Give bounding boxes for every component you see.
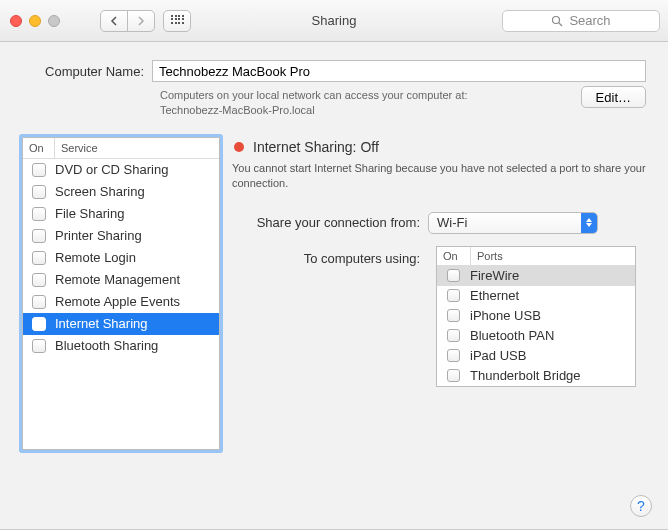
nav-buttons [100, 10, 155, 32]
service-row[interactable]: Remote Apple Events [23, 291, 219, 313]
svg-line-1 [559, 23, 562, 26]
search-icon [551, 15, 563, 27]
edit-name-button[interactable]: Edit… [581, 86, 646, 108]
share-from-value: Wi-Fi [437, 215, 467, 230]
ports-table[interactable]: On Ports FireWireEthernetiPhone USBBluet… [436, 246, 636, 387]
status-row: Internet Sharing: Off [232, 139, 646, 155]
computer-name-input[interactable] [152, 60, 646, 82]
service-on-header[interactable]: On [23, 138, 55, 158]
port-label: Thunderbolt Bridge [470, 368, 581, 383]
computer-name-label: Computer Name: [22, 64, 152, 79]
port-checkbox[interactable] [447, 289, 460, 302]
service-checkbox[interactable] [32, 251, 46, 265]
port-label: iPad USB [470, 348, 526, 363]
service-label: Screen Sharing [55, 184, 219, 199]
port-label: FireWire [470, 268, 519, 283]
service-checkbox[interactable] [32, 273, 46, 287]
service-label: Printer Sharing [55, 228, 219, 243]
chevron-left-icon [110, 16, 118, 26]
service-checkbox[interactable] [32, 295, 46, 309]
content-area: Computer Name: Computers on your local n… [0, 42, 668, 464]
service-row[interactable]: Bluetooth Sharing [23, 335, 219, 357]
share-from-row: Share your connection from: Wi-Fi [232, 212, 646, 234]
updown-arrows-icon [581, 213, 597, 233]
service-checkbox[interactable] [32, 163, 46, 177]
service-checkbox[interactable] [32, 339, 46, 353]
sharing-preferences-window: Sharing Search Computer Name: Computers … [0, 0, 668, 530]
port-row[interactable]: iPad USB [437, 346, 635, 366]
service-row[interactable]: Remote Management [23, 269, 219, 291]
service-list-header: On Service [23, 138, 219, 159]
service-label: DVD or CD Sharing [55, 162, 219, 177]
service-row[interactable]: Printer Sharing [23, 225, 219, 247]
svg-point-0 [553, 16, 560, 23]
status-title: Internet Sharing: Off [253, 139, 379, 155]
port-row[interactable]: Bluetooth PAN [437, 326, 635, 346]
chevron-right-icon [137, 16, 145, 26]
main-area: On Service DVD or CD SharingScreen Shari… [22, 137, 646, 450]
port-checkbox[interactable] [447, 329, 460, 342]
service-label: Internet Sharing [55, 316, 219, 331]
port-row[interactable]: iPhone USB [437, 306, 635, 326]
port-row[interactable]: FireWire [437, 266, 635, 286]
forward-button[interactable] [127, 10, 155, 32]
share-from-select[interactable]: Wi-Fi [428, 212, 598, 234]
note-line1: Computers on your local network can acce… [160, 89, 468, 101]
maximize-window-button [48, 15, 60, 27]
service-row[interactable]: DVD or CD Sharing [23, 159, 219, 181]
search-input[interactable]: Search [502, 10, 660, 32]
service-checkbox[interactable] [32, 229, 46, 243]
service-label: Bluetooth Sharing [55, 338, 219, 353]
service-row[interactable]: File Sharing [23, 203, 219, 225]
computer-name-row: Computer Name: [22, 60, 646, 82]
service-label: Remote Apple Events [55, 294, 219, 309]
search-placeholder: Search [569, 13, 610, 28]
service-label: File Sharing [55, 206, 219, 221]
service-list[interactable]: On Service DVD or CD SharingScreen Shari… [22, 137, 220, 450]
status-indicator-icon [234, 142, 244, 152]
port-checkbox[interactable] [447, 269, 460, 282]
service-checkbox[interactable] [32, 317, 46, 331]
traffic-lights [10, 15, 60, 27]
note-line2: Technobezz-MacBook-Pro.local [160, 104, 315, 116]
port-checkbox[interactable] [447, 309, 460, 322]
service-row[interactable]: Screen Sharing [23, 181, 219, 203]
status-message: You cannot start Internet Sharing becaus… [232, 161, 646, 192]
service-checkbox[interactable] [32, 185, 46, 199]
service-label: Remote Management [55, 272, 219, 287]
service-label: Remote Login [55, 250, 219, 265]
ports-on-header[interactable]: On [437, 247, 471, 265]
to-computers-label: To computers using: [232, 248, 428, 266]
minimize-window-button[interactable] [29, 15, 41, 27]
port-label: iPhone USB [470, 308, 541, 323]
detail-panel: Internet Sharing: Off You cannot start I… [232, 137, 646, 450]
back-button[interactable] [100, 10, 128, 32]
help-button[interactable]: ? [630, 495, 652, 517]
titlebar: Sharing Search [0, 0, 668, 42]
port-label: Bluetooth PAN [470, 328, 554, 343]
close-window-button[interactable] [10, 15, 22, 27]
service-checkbox[interactable] [32, 207, 46, 221]
port-checkbox[interactable] [447, 349, 460, 362]
service-row[interactable]: Remote Login [23, 247, 219, 269]
ports-table-header: On Ports [437, 247, 635, 266]
all-preferences-button[interactable] [163, 10, 191, 32]
computer-name-note: Computers on your local network can acce… [160, 88, 646, 119]
port-checkbox[interactable] [447, 369, 460, 382]
share-from-label: Share your connection from: [232, 215, 428, 230]
service-row[interactable]: Internet Sharing [23, 313, 219, 335]
port-row[interactable]: Ethernet [437, 286, 635, 306]
ports-name-header[interactable]: Ports [471, 247, 635, 265]
question-mark-icon: ? [637, 498, 645, 514]
port-label: Ethernet [470, 288, 519, 303]
port-row[interactable]: Thunderbolt Bridge [437, 366, 635, 386]
service-name-header[interactable]: Service [55, 138, 219, 158]
grid-icon [171, 15, 183, 27]
